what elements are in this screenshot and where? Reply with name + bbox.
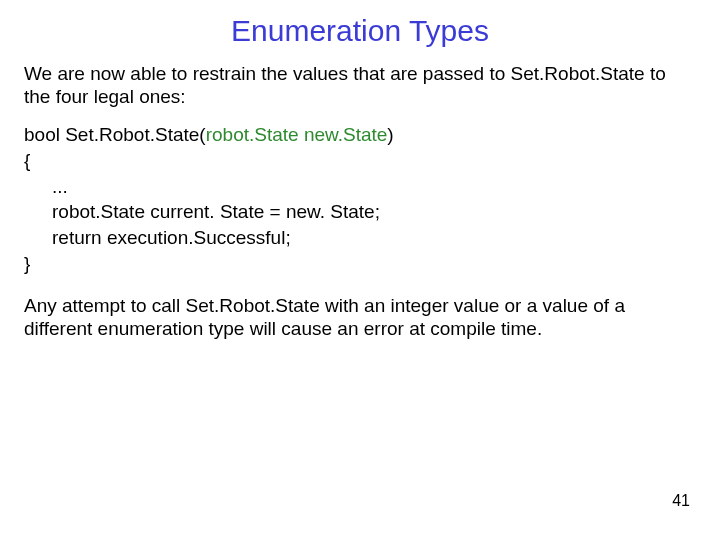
code-line-signature: bool Set.Robot.State(robot.State new.Sta… (24, 122, 696, 148)
slide-title: Enumeration Types (24, 14, 696, 48)
outro-paragraph: Any attempt to call Set.Robot.State with… (24, 294, 696, 340)
page-number: 41 (672, 492, 690, 510)
intro-paragraph: We are now able to restrain the values t… (24, 62, 696, 108)
slide: Enumeration Types We are now able to res… (0, 0, 720, 540)
code-block: bool Set.Robot.State(robot.State new.Sta… (24, 122, 696, 276)
code-sig-param: robot.State new.State (206, 124, 388, 145)
code-line-close-brace: } (24, 251, 696, 277)
code-line-return: return execution.Successful; (24, 225, 696, 251)
code-sig-suffix: ) (387, 124, 393, 145)
code-line-assign: robot.State current. State = new. State; (24, 199, 696, 225)
code-line-open-brace: { (24, 148, 696, 174)
code-sig-prefix: bool Set.Robot.State( (24, 124, 206, 145)
code-line-ellipsis: ... (24, 174, 696, 200)
